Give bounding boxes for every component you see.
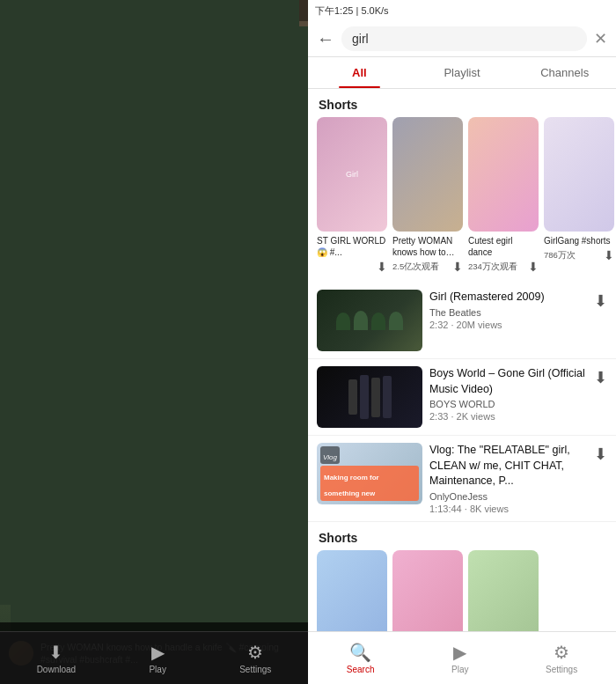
short-thumb-7: [468, 550, 539, 632]
nav-download-label: Download: [37, 665, 76, 674]
video-channel-2: BOYS WORLD: [429, 399, 587, 409]
download-icon: ⬇: [48, 642, 63, 663]
right-panel: 下午1:25 | 5.0K/s ← ✕ All Playlist Channel…: [308, 0, 616, 684]
short-views-3: 234万次观看 ⬇: [468, 260, 539, 274]
left-nav-download[interactable]: ⬇ Download: [37, 642, 76, 674]
short-download-4[interactable]: ⬇: [604, 248, 614, 262]
video-item-1[interactable]: Girl (Remastered 2009) The Beatles 2:32 …: [308, 283, 616, 359]
right-nav-bar: 🔍 Search ▶ Play ⚙ Settings: [308, 631, 616, 684]
video-channel-3: OnlyOneJess: [429, 491, 587, 502]
tab-channels[interactable]: Channels: [513, 57, 616, 88]
video-download-2[interactable]: ⬇: [594, 366, 607, 387]
short-card-3[interactable]: Cutest egirl dance 234万次观看 ⬇: [468, 117, 539, 274]
right-nav-play[interactable]: ▶ Play: [451, 642, 468, 674]
short-views-1: ⬇: [317, 260, 387, 274]
video-channel-1: The Beatles: [429, 307, 587, 318]
search-bar: ← ✕: [308, 21, 616, 57]
right-status-text: 下午1:25 | 5.0K/s: [315, 4, 389, 18]
nav-settings-label: Settings: [239, 665, 271, 674]
right-nav-settings[interactable]: ⚙ Settings: [546, 642, 577, 674]
nav-play-label: Play: [149, 665, 165, 674]
right-nav-settings-label: Settings: [546, 665, 577, 674]
video-download-1[interactable]: ⬇: [594, 290, 607, 311]
video-meta-3: 1:13:44 · 8K views: [429, 504, 587, 514]
search-input-container: [341, 26, 587, 51]
search-back-button[interactable]: ←: [317, 29, 334, 49]
settings-icon: ⚙: [247, 642, 263, 663]
shorts-section-title: Shorts: [308, 89, 616, 117]
short-views-2: 2.5亿次观看 ⬇: [392, 260, 463, 274]
video-info-2: Boys World – Gone Girl (Official Music V…: [429, 366, 587, 422]
tabs-row: All Playlist Channels: [308, 57, 616, 89]
left-nav-play[interactable]: ▶ Play: [149, 642, 165, 674]
tab-all[interactable]: All: [308, 57, 411, 88]
left-panel: 下午1:25 | 0.6K/s ← ⬇ Pretty WOMAN knows h…: [0, 0, 308, 684]
short-card-5[interactable]: [317, 550, 387, 632]
video-title-1: Girl (Remastered 2009): [429, 290, 587, 305]
short-download-1[interactable]: ⬇: [377, 260, 387, 274]
short-views-4: 786万次 ⬇: [544, 248, 614, 262]
short-title-2: Pretty WOMAN knows how to handl...: [392, 235, 463, 258]
shorts-row-2: [308, 550, 616, 632]
short-card-2[interactable]: Pretty WOMAN knows how to handl... 2.5亿次…: [392, 117, 463, 274]
video-meta-2: 2:33 · 2K views: [429, 411, 587, 422]
video-thumb-1: [317, 290, 422, 351]
shorts-row: Girl ST GIRL WORLD😱 #... ⬇ Pretty WOMAN …: [308, 117, 616, 283]
video-thumb-2: [317, 366, 422, 428]
short-card-1[interactable]: Girl ST GIRL WORLD😱 #... ⬇: [317, 117, 387, 274]
search-nav-icon: 🔍: [349, 642, 371, 663]
video-item-3[interactable]: Making room for something new Vlog Vlog:…: [308, 436, 616, 522]
short-thumb-4: [544, 117, 614, 232]
short-thumb-5: [317, 550, 387, 632]
video-title-2: Boys World – Gone Girl (Official Music V…: [429, 366, 587, 397]
short-thumb-6: [392, 550, 463, 632]
short-card-6[interactable]: [392, 550, 463, 632]
short-title-4: GirlGang #shorts: [544, 235, 614, 246]
play-nav-icon: ▶: [453, 642, 466, 663]
right-status-bar: 下午1:25 | 5.0K/s: [308, 0, 616, 21]
short-thumb-1: Girl: [317, 117, 387, 232]
content-area: Shorts Girl ST GIRL WORLD😱 #... ⬇: [308, 89, 616, 631]
short-thumb-3: [468, 117, 539, 232]
tab-playlist[interactable]: Playlist: [411, 57, 514, 88]
left-download-button[interactable]: ⬇: [0, 0, 299, 605]
video-download-3[interactable]: ⬇: [594, 443, 607, 464]
play-icon: ▶: [151, 642, 165, 663]
short-download-3[interactable]: ⬇: [528, 260, 539, 274]
short-download-2[interactable]: ⬇: [452, 260, 463, 274]
right-nav-search-label: Search: [347, 665, 375, 674]
search-input[interactable]: [352, 32, 576, 46]
short-card-7[interactable]: [468, 550, 539, 632]
video-info-3: Vlog: The "RELATABLE" girl, CLEAN w/ me,…: [429, 443, 587, 514]
shorts2-section-title: Shorts: [308, 522, 616, 550]
video-item-2[interactable]: Boys World – Gone Girl (Official Music V…: [308, 359, 616, 436]
right-nav-search[interactable]: 🔍 Search: [347, 642, 375, 674]
settings-nav-icon: ⚙: [554, 642, 569, 663]
video-title-3: Vlog: The "RELATABLE" girl, CLEAN w/ me,…: [429, 443, 587, 489]
video-meta-1: 2:32 · 20M views: [429, 320, 587, 330]
short-thumb-2: [392, 117, 463, 232]
video-thumb-3: Making room for something new Vlog: [317, 443, 422, 504]
left-nav-bar: ⬇ Download ▶ Play ⚙ Settings: [0, 631, 308, 684]
left-nav-settings[interactable]: ⚙ Settings: [239, 642, 271, 674]
right-nav-play-label: Play: [451, 665, 468, 674]
search-clear-button[interactable]: ✕: [594, 29, 607, 48]
video-info-1: Girl (Remastered 2009) The Beatles 2:32 …: [429, 290, 587, 330]
short-title-1: ST GIRL WORLD😱 #...: [317, 235, 387, 258]
short-card-4[interactable]: GirlGang #shorts 786万次 ⬇: [544, 117, 614, 274]
short-title-3: Cutest egirl dance: [468, 235, 539, 258]
